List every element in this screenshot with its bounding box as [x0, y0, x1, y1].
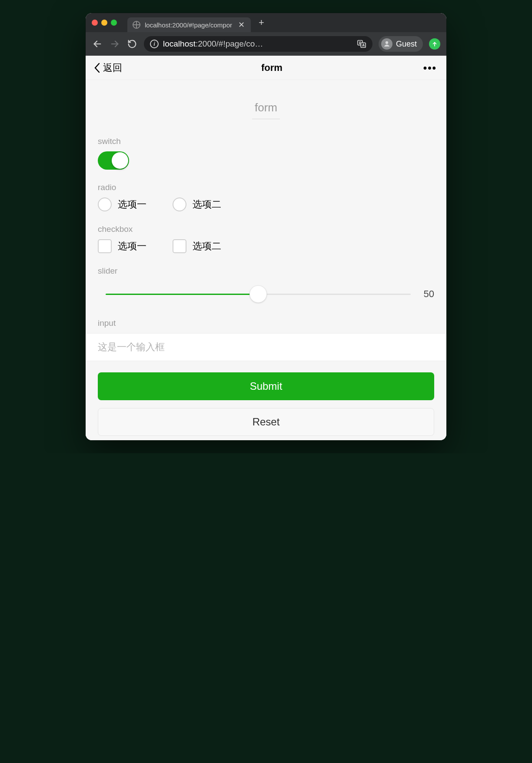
checkbox-option-label: 选项一 [118, 240, 146, 253]
hero-text: form [252, 101, 280, 119]
close-tab-button[interactable]: ✕ [236, 21, 246, 29]
forward-button[interactable] [109, 38, 120, 50]
text-input[interactable] [86, 333, 446, 361]
slider-label: slider [98, 266, 434, 276]
reload-button[interactable] [126, 38, 138, 50]
traffic-lights [92, 20, 117, 26]
minimize-window-button[interactable] [101, 20, 107, 26]
chevron-left-icon [93, 62, 100, 74]
profile-label: Guest [396, 40, 417, 49]
profile-chip[interactable]: Guest [379, 36, 423, 52]
svg-point-4 [386, 41, 388, 44]
address-bar[interactable]: i localhost:2000/#!page/co… [144, 36, 372, 52]
radio-icon [98, 197, 112, 211]
radio-option-1[interactable]: 选项一 [98, 197, 146, 211]
submit-button[interactable]: Submit [98, 372, 434, 400]
page-header: 返回 form ••• [86, 56, 446, 80]
switch-label: switch [98, 137, 434, 146]
back-button[interactable] [92, 38, 103, 50]
button-group: Submit Reset [86, 361, 446, 440]
tab-strip: localhost:2000/#!page/compor ✕ + [86, 13, 446, 32]
slider-track[interactable] [106, 285, 411, 303]
globe-icon [133, 21, 140, 29]
browser-window: localhost:2000/#!page/compor ✕ + i local… [86, 13, 446, 440]
slider-value: 50 [419, 288, 434, 300]
hero: form [86, 80, 446, 127]
translate-icon[interactable] [357, 39, 366, 49]
input-label: input [98, 318, 434, 328]
checkbox-option-1[interactable]: 选项一 [98, 239, 146, 253]
checkbox-icon [98, 239, 112, 253]
radio-label: radio [98, 183, 434, 192]
radio-icon [173, 197, 186, 211]
switch-toggle[interactable] [98, 151, 129, 170]
checkbox-section: checkbox 选项一 选项二 [86, 215, 446, 257]
nav-back-button[interactable]: 返回 [93, 61, 122, 74]
tab-title: localhost:2000/#!page/compor [145, 21, 232, 29]
slider-fill [106, 294, 258, 295]
radio-section: radio 选项一 选项二 [86, 173, 446, 215]
slider-section: slider 50 [86, 257, 446, 309]
browser-toolbar: i localhost:2000/#!page/co… Guest [86, 32, 446, 56]
checkbox-label: checkbox [98, 224, 434, 234]
close-window-button[interactable] [92, 20, 98, 26]
page-title: form [122, 62, 422, 74]
radio-option-2[interactable]: 选项二 [173, 197, 221, 211]
extension-icon[interactable] [429, 38, 440, 50]
radio-option-label: 选项二 [193, 198, 221, 211]
radio-option-label: 选项一 [118, 198, 146, 211]
checkbox-option-label: 选项二 [193, 240, 221, 253]
maximize-window-button[interactable] [111, 20, 117, 26]
slider-thumb[interactable] [249, 285, 267, 303]
more-button[interactable]: ••• [422, 62, 439, 74]
page: 返回 form ••• form switch radio 选项一 [86, 56, 446, 440]
browser-tab[interactable]: localhost:2000/#!page/compor ✕ [127, 17, 251, 32]
checkbox-option-2[interactable]: 选项二 [173, 239, 221, 253]
switch-section: switch [86, 127, 446, 173]
checkbox-icon [173, 239, 186, 253]
input-section: input [86, 309, 446, 328]
new-tab-button[interactable]: + [254, 17, 269, 28]
address-text: localhost:2000/#!page/co… [163, 39, 352, 49]
switch-knob [112, 152, 128, 169]
avatar-icon [381, 38, 392, 50]
site-info-icon[interactable]: i [150, 40, 159, 48]
nav-back-label: 返回 [103, 61, 122, 74]
reset-button[interactable]: Reset [98, 408, 434, 436]
